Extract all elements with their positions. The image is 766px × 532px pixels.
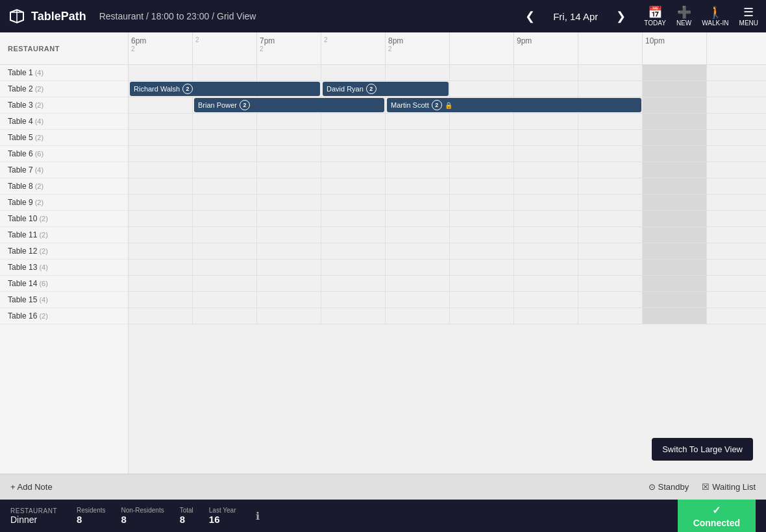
grid-cell[interactable] — [578, 146, 643, 162]
grid-cell[interactable] — [643, 227, 707, 243]
grid-cell[interactable] — [257, 227, 321, 243]
grid-cell[interactable] — [514, 276, 578, 291]
table-label[interactable]: Table 4(4) — [0, 114, 128, 130]
table-label[interactable]: Table 13(4) — [0, 260, 128, 276]
grid-cell[interactable] — [257, 146, 321, 162]
grid-cell[interactable] — [193, 227, 257, 243]
grid-cell[interactable] — [193, 308, 257, 324]
grid-cell[interactable] — [193, 65, 257, 80]
standby-button[interactable]: ⊙ Standby — [649, 482, 689, 492]
grid-row[interactable] — [129, 146, 766, 162]
grid-cell[interactable] — [321, 211, 386, 226]
grid-row[interactable] — [129, 308, 766, 324]
grid-cell[interactable] — [321, 260, 386, 275]
grid-cell[interactable] — [386, 276, 450, 291]
grid-cell[interactable] — [578, 65, 643, 80]
next-arrow[interactable]: ❯ — [611, 6, 631, 26]
table-label[interactable]: Table 16(2) — [0, 308, 128, 324]
grid-cell[interactable] — [129, 260, 193, 275]
grid-cell[interactable] — [643, 81, 707, 97]
grid-cell[interactable] — [257, 130, 321, 145]
grid-cell[interactable] — [578, 276, 643, 291]
grid-cell[interactable] — [257, 243, 321, 259]
grid-cell[interactable] — [321, 65, 386, 80]
grid-cell[interactable] — [193, 146, 257, 162]
grid-row[interactable]: Brian Power2Martin Scott2🔒 — [129, 97, 766, 114]
grid-cell[interactable] — [129, 146, 193, 162]
walk-in-button[interactable]: 🚶 WALK-IN — [702, 6, 728, 27]
grid-row[interactable] — [129, 292, 766, 308]
table-label[interactable]: Table 12(2) — [0, 243, 128, 260]
table-label[interactable]: Table 1(4) — [0, 65, 128, 81]
grid-cell[interactable] — [643, 97, 707, 113]
grid-cell[interactable] — [129, 162, 193, 178]
grid-cell[interactable] — [643, 195, 707, 210]
grid-cell[interactable] — [514, 65, 578, 80]
grid-cell[interactable] — [257, 178, 321, 194]
grid-cell[interactable] — [450, 211, 514, 226]
grid-cell[interactable] — [643, 114, 707, 129]
grid-row[interactable] — [129, 114, 766, 130]
grid-row[interactable] — [129, 243, 766, 260]
grid-cell[interactable] — [450, 146, 514, 162]
large-view-button[interactable]: Switch To Large View — [652, 438, 753, 461]
grid-cell[interactable] — [514, 243, 578, 259]
grid-cell[interactable] — [321, 243, 386, 259]
grid-cell[interactable] — [386, 260, 450, 275]
grid-cell[interactable] — [450, 162, 514, 178]
grid-cell[interactable] — [514, 211, 578, 226]
grid-cell[interactable] — [578, 292, 643, 308]
grid-cell[interactable] — [643, 243, 707, 259]
grid-row[interactable] — [129, 211, 766, 227]
reservation-block[interactable]: Richard Walsh2 — [130, 82, 320, 96]
grid-cell[interactable] — [643, 308, 707, 324]
grid-cell[interactable] — [129, 292, 193, 308]
grid-row[interactable] — [129, 130, 766, 146]
table-label[interactable]: Table 8(2) — [0, 178, 128, 195]
grid-cell[interactable] — [643, 178, 707, 194]
connected-button[interactable]: ✓ Connected — [678, 500, 756, 532]
grid-cell[interactable] — [129, 243, 193, 259]
grid-cell[interactable] — [514, 308, 578, 324]
grid-cell[interactable] — [450, 292, 514, 308]
grid-row[interactable] — [129, 65, 766, 81]
grid-cell[interactable] — [193, 114, 257, 129]
grid-cell[interactable] — [386, 195, 450, 210]
grid-cell[interactable] — [578, 243, 643, 259]
grid-cell[interactable] — [193, 260, 257, 275]
prev-arrow[interactable]: ❮ — [520, 6, 540, 26]
grid-cell[interactable] — [257, 114, 321, 129]
grid-cell[interactable] — [321, 292, 386, 308]
grid-cell[interactable] — [386, 162, 450, 178]
table-label[interactable]: Table 6(6) — [0, 146, 128, 162]
grid-cell[interactable] — [257, 276, 321, 291]
grid-cell[interactable] — [257, 162, 321, 178]
add-note-button[interactable]: + Add Note — [10, 482, 53, 492]
grid-cell[interactable] — [450, 195, 514, 210]
grid-cell[interactable] — [578, 162, 643, 178]
grid-cell[interactable] — [578, 308, 643, 324]
grid-cell[interactable] — [643, 292, 707, 308]
grid-cell[interactable] — [450, 308, 514, 324]
grid-cell[interactable] — [193, 178, 257, 194]
grid-cell[interactable] — [321, 114, 386, 129]
grid-cell[interactable] — [129, 97, 193, 113]
grid-cell[interactable] — [450, 65, 514, 80]
table-label[interactable]: Table 7(4) — [0, 162, 128, 178]
table-label[interactable]: Table 10(2) — [0, 211, 128, 227]
grid-row[interactable] — [129, 178, 766, 195]
grid-cell[interactable] — [578, 81, 643, 97]
grid-cell[interactable] — [386, 65, 450, 80]
grid-cell[interactable] — [514, 260, 578, 275]
new-button[interactable]: ➕ NEW — [676, 6, 691, 27]
grid-cell[interactable] — [643, 276, 707, 291]
waiting-list-button[interactable]: ☒ Waiting List — [702, 482, 756, 492]
table-label[interactable]: Table 14(6) — [0, 276, 128, 292]
today-button[interactable]: 📅 TODAY — [644, 6, 666, 27]
grid-cell[interactable] — [129, 308, 193, 324]
grid-cell[interactable] — [450, 178, 514, 194]
grid-cell[interactable] — [321, 178, 386, 194]
grid-cell[interactable] — [386, 243, 450, 259]
grid-cell[interactable] — [386, 178, 450, 194]
grid-cell[interactable] — [450, 276, 514, 291]
